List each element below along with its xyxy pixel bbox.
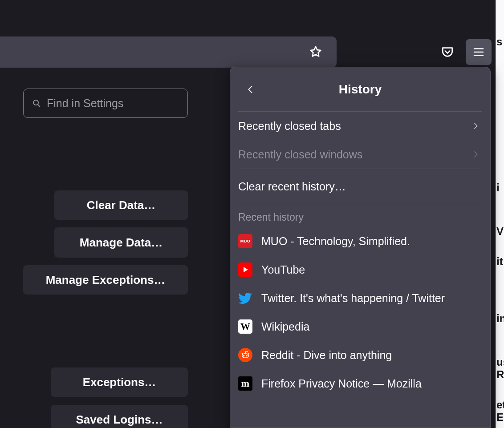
youtube-favicon bbox=[238, 262, 252, 277]
svg-point-1 bbox=[243, 355, 244, 356]
svg-point-4 bbox=[248, 353, 249, 355]
background-page-edge: s i V it in us R et E bbox=[495, 0, 504, 428]
recently-closed-tabs-item[interactable]: Recently closed tabs bbox=[230, 112, 490, 140]
recently-closed-windows-item: Recently closed windows bbox=[230, 140, 490, 169]
clear-recent-history-item[interactable]: Clear recent history… bbox=[230, 169, 490, 204]
chevron-left-icon bbox=[246, 84, 256, 95]
bookmark-star-button[interactable] bbox=[303, 39, 329, 65]
pocket-icon bbox=[440, 45, 455, 59]
history-item-label: Wikipedia bbox=[261, 320, 309, 333]
browser-toolbar bbox=[0, 36, 504, 68]
svg-point-2 bbox=[246, 355, 248, 356]
history-item-label: MUO - Technology, Simplified. bbox=[261, 235, 410, 248]
recent-history-heading: Recent history bbox=[230, 204, 490, 227]
clear-recent-history-label: Clear recent history… bbox=[238, 180, 482, 193]
svg-point-5 bbox=[242, 353, 243, 355]
recently-closed-tabs-label: Recently closed tabs bbox=[238, 120, 471, 133]
clear-data-button[interactable]: Clear Data… bbox=[54, 190, 188, 220]
reddit-favicon bbox=[238, 348, 252, 362]
history-item-youtube[interactable]: YouTube bbox=[230, 255, 490, 284]
history-panel: History Recently closed tabs Recently cl… bbox=[230, 67, 491, 428]
twitter-favicon bbox=[238, 291, 252, 305]
muo-favicon: MUO bbox=[238, 234, 252, 248]
mozilla-favicon: m bbox=[238, 376, 252, 391]
svg-point-6 bbox=[247, 351, 248, 352]
saved-logins-button[interactable]: Saved Logins… bbox=[51, 405, 188, 428]
history-item-label: YouTube bbox=[261, 263, 305, 276]
settings-search-container bbox=[23, 89, 188, 118]
exceptions-button[interactable]: Exceptions… bbox=[51, 367, 188, 397]
manage-exceptions-button[interactable]: Manage Exceptions… bbox=[23, 265, 188, 295]
hamburger-menu-icon bbox=[472, 45, 485, 59]
chevron-right-icon bbox=[471, 121, 480, 131]
window-chrome-top bbox=[0, 0, 504, 36]
search-icon bbox=[32, 98, 41, 109]
history-item-wikipedia[interactable]: W Wikipedia bbox=[230, 312, 490, 341]
address-bar-segment[interactable] bbox=[0, 36, 337, 68]
panel-title: History bbox=[339, 82, 382, 97]
pocket-button[interactable] bbox=[435, 39, 460, 65]
panel-back-button[interactable] bbox=[238, 67, 263, 111]
bookmark-star-icon bbox=[309, 45, 323, 59]
history-item-label: Firefox Privacy Notice — Mozilla bbox=[261, 377, 422, 390]
history-item-mozilla[interactable]: m Firefox Privacy Notice — Mozilla bbox=[230, 369, 490, 398]
manage-data-button[interactable]: Manage Data… bbox=[54, 227, 188, 258]
settings-search-input[interactable] bbox=[47, 97, 187, 110]
history-item-label: Reddit - Dive into anything bbox=[261, 349, 392, 362]
svg-point-0 bbox=[33, 100, 38, 105]
history-item-reddit[interactable]: Reddit - Dive into anything bbox=[230, 341, 490, 369]
history-item-muo[interactable]: MUO MUO - Technology, Simplified. bbox=[230, 227, 490, 255]
chevron-right-icon bbox=[471, 149, 480, 159]
panel-header: History bbox=[238, 67, 482, 112]
app-menu-button[interactable] bbox=[466, 39, 492, 65]
wikipedia-favicon: W bbox=[238, 319, 252, 334]
history-item-label: Twitter. It's what's happening / Twitter bbox=[261, 292, 445, 305]
history-item-twitter[interactable]: Twitter. It's what's happening / Twitter bbox=[230, 284, 490, 312]
recently-closed-windows-label: Recently closed windows bbox=[238, 148, 471, 161]
